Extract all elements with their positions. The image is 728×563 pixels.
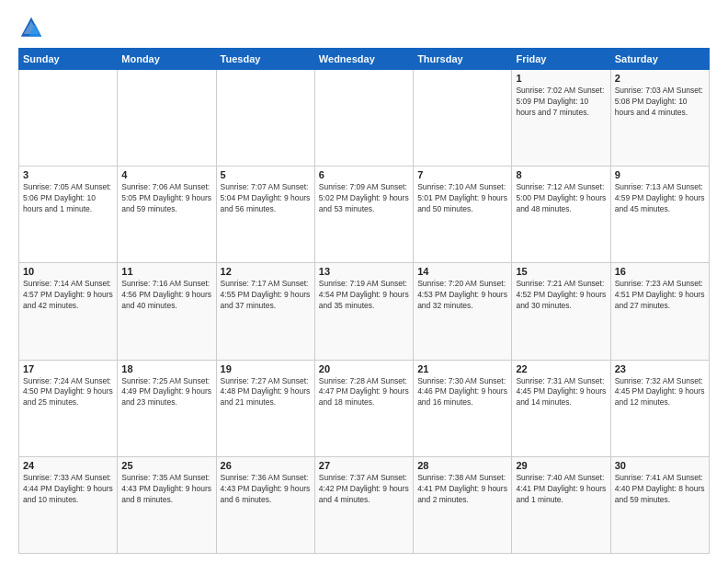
cell-info: Sunrise: 7:28 AM Sunset: 4:47 PM Dayligh… (319, 376, 409, 409)
cell-day-number: 9 (615, 169, 705, 180)
cell-info: Sunrise: 7:06 AM Sunset: 5:05 PM Dayligh… (121, 182, 211, 215)
calendar-cell: 1Sunrise: 7:02 AM Sunset: 5:09 PM Daylig… (512, 70, 610, 167)
calendar-cell: 28Sunrise: 7:38 AM Sunset: 4:41 PM Dayli… (414, 456, 512, 553)
cell-info: Sunrise: 7:05 AM Sunset: 5:06 PM Dayligh… (23, 182, 113, 215)
cell-day-number: 26 (221, 460, 311, 471)
calendar-cell: 25Sunrise: 7:35 AM Sunset: 4:43 PM Dayli… (118, 456, 216, 553)
cell-info: Sunrise: 7:27 AM Sunset: 4:48 PM Dayligh… (221, 376, 311, 409)
calendar-cell (118, 70, 216, 167)
cell-info: Sunrise: 7:19 AM Sunset: 4:54 PM Dayligh… (319, 279, 409, 312)
cell-info: Sunrise: 7:25 AM Sunset: 4:49 PM Dayligh… (121, 376, 211, 409)
calendar-cell: 5Sunrise: 7:07 AM Sunset: 5:04 PM Daylig… (216, 167, 314, 263)
days-header-row: SundayMondayTuesdayWednesdayThursdayFrid… (19, 49, 710, 70)
cell-day-number: 19 (221, 363, 311, 374)
cell-info: Sunrise: 7:16 AM Sunset: 4:56 PM Dayligh… (121, 279, 211, 312)
cell-day-number: 12 (221, 266, 311, 277)
cell-day-number: 6 (319, 169, 409, 180)
cell-info: Sunrise: 7:17 AM Sunset: 4:55 PM Dayligh… (221, 279, 311, 312)
cell-day-number: 20 (319, 363, 409, 374)
calendar-cell: 17Sunrise: 7:24 AM Sunset: 4:50 PM Dayli… (19, 360, 118, 456)
cell-day-number: 18 (121, 363, 211, 374)
day-header-friday: Friday (512, 49, 610, 70)
cell-info: Sunrise: 7:41 AM Sunset: 4:40 PM Dayligh… (615, 473, 705, 506)
cell-info: Sunrise: 7:02 AM Sunset: 5:09 PM Dayligh… (516, 86, 606, 119)
cell-info: Sunrise: 7:31 AM Sunset: 4:45 PM Dayligh… (516, 376, 606, 409)
calendar-cell (314, 70, 413, 167)
header (18, 15, 710, 40)
cell-info: Sunrise: 7:33 AM Sunset: 4:44 PM Dayligh… (23, 473, 113, 506)
cell-day-number: 23 (615, 363, 705, 374)
calendar-cell: 18Sunrise: 7:25 AM Sunset: 4:49 PM Dayli… (118, 360, 216, 456)
day-header-saturday: Saturday (610, 49, 709, 70)
calendar-cell: 11Sunrise: 7:16 AM Sunset: 4:56 PM Dayli… (118, 263, 216, 360)
cell-info: Sunrise: 7:07 AM Sunset: 5:04 PM Dayligh… (221, 182, 311, 215)
calendar-cell: 13Sunrise: 7:19 AM Sunset: 4:54 PM Dayli… (314, 263, 413, 360)
calendar-cell: 9Sunrise: 7:13 AM Sunset: 4:59 PM Daylig… (610, 167, 709, 263)
calendar-cell: 10Sunrise: 7:14 AM Sunset: 4:57 PM Dayli… (19, 263, 118, 360)
cell-day-number: 11 (121, 266, 211, 277)
cell-day-number: 4 (121, 169, 211, 180)
calendar-cell: 16Sunrise: 7:23 AM Sunset: 4:51 PM Dayli… (610, 263, 709, 360)
calendar-week-3: 10Sunrise: 7:14 AM Sunset: 4:57 PM Dayli… (19, 263, 710, 360)
cell-day-number: 3 (23, 169, 113, 180)
cell-day-number: 22 (516, 363, 606, 374)
cell-day-number: 10 (23, 266, 113, 277)
calendar: SundayMondayTuesdayWednesdayThursdayFrid… (18, 48, 710, 554)
calendar-cell: 19Sunrise: 7:27 AM Sunset: 4:48 PM Dayli… (216, 360, 314, 456)
cell-info: Sunrise: 7:09 AM Sunset: 5:02 PM Dayligh… (319, 182, 409, 215)
cell-day-number: 25 (121, 460, 211, 471)
calendar-cell: 6Sunrise: 7:09 AM Sunset: 5:02 PM Daylig… (314, 167, 413, 263)
page: SundayMondayTuesdayWednesdayThursdayFrid… (0, 0, 728, 563)
cell-info: Sunrise: 7:38 AM Sunset: 4:41 PM Dayligh… (417, 473, 507, 506)
calendar-cell: 20Sunrise: 7:28 AM Sunset: 4:47 PM Dayli… (314, 360, 413, 456)
cell-info: Sunrise: 7:13 AM Sunset: 4:59 PM Dayligh… (615, 182, 705, 215)
calendar-cell: 14Sunrise: 7:20 AM Sunset: 4:53 PM Dayli… (414, 263, 512, 360)
cell-info: Sunrise: 7:35 AM Sunset: 4:43 PM Dayligh… (121, 473, 211, 506)
cell-info: Sunrise: 7:03 AM Sunset: 5:08 PM Dayligh… (615, 86, 705, 119)
cell-day-number: 2 (615, 73, 705, 84)
cell-info: Sunrise: 7:24 AM Sunset: 4:50 PM Dayligh… (23, 376, 113, 409)
calendar-cell: 12Sunrise: 7:17 AM Sunset: 4:55 PM Dayli… (216, 263, 314, 360)
cell-info: Sunrise: 7:36 AM Sunset: 4:43 PM Dayligh… (221, 473, 311, 506)
calendar-cell: 2Sunrise: 7:03 AM Sunset: 5:08 PM Daylig… (610, 70, 709, 167)
cell-day-number: 14 (417, 266, 507, 277)
calendar-cell: 4Sunrise: 7:06 AM Sunset: 5:05 PM Daylig… (118, 167, 216, 263)
cell-day-number: 21 (417, 363, 507, 374)
cell-day-number: 27 (319, 460, 409, 471)
cell-day-number: 5 (221, 169, 311, 180)
calendar-week-1: 1Sunrise: 7:02 AM Sunset: 5:09 PM Daylig… (19, 70, 710, 167)
cell-day-number: 30 (615, 460, 705, 471)
calendar-cell: 23Sunrise: 7:32 AM Sunset: 4:45 PM Dayli… (610, 360, 709, 456)
calendar-cell (414, 70, 512, 167)
cell-info: Sunrise: 7:37 AM Sunset: 4:42 PM Dayligh… (319, 473, 409, 506)
calendar-week-5: 24Sunrise: 7:33 AM Sunset: 4:44 PM Dayli… (19, 456, 710, 553)
cell-info: Sunrise: 7:40 AM Sunset: 4:41 PM Dayligh… (516, 473, 606, 506)
day-header-sunday: Sunday (19, 49, 118, 70)
calendar-cell: 27Sunrise: 7:37 AM Sunset: 4:42 PM Dayli… (314, 456, 413, 553)
calendar-body: 1Sunrise: 7:02 AM Sunset: 5:09 PM Daylig… (19, 70, 710, 554)
calendar-cell: 22Sunrise: 7:31 AM Sunset: 4:45 PM Dayli… (512, 360, 610, 456)
calendar-cell (19, 70, 118, 167)
cell-day-number: 17 (23, 363, 113, 374)
cell-day-number: 8 (516, 169, 606, 180)
logo (18, 15, 48, 40)
cell-info: Sunrise: 7:21 AM Sunset: 4:52 PM Dayligh… (516, 279, 606, 312)
cell-day-number: 7 (417, 169, 507, 180)
calendar-week-2: 3Sunrise: 7:05 AM Sunset: 5:06 PM Daylig… (19, 167, 710, 263)
cell-day-number: 15 (516, 266, 606, 277)
calendar-header: SundayMondayTuesdayWednesdayThursdayFrid… (19, 49, 710, 70)
cell-day-number: 29 (516, 460, 606, 471)
cell-info: Sunrise: 7:14 AM Sunset: 4:57 PM Dayligh… (23, 279, 113, 312)
cell-day-number: 13 (319, 266, 409, 277)
cell-day-number: 1 (516, 73, 606, 84)
cell-day-number: 24 (23, 460, 113, 471)
cell-day-number: 28 (417, 460, 507, 471)
day-header-tuesday: Tuesday (216, 49, 314, 70)
calendar-cell: 15Sunrise: 7:21 AM Sunset: 4:52 PM Dayli… (512, 263, 610, 360)
calendar-cell: 7Sunrise: 7:10 AM Sunset: 5:01 PM Daylig… (414, 167, 512, 263)
cell-info: Sunrise: 7:30 AM Sunset: 4:46 PM Dayligh… (417, 376, 507, 409)
cell-day-number: 16 (615, 266, 705, 277)
day-header-thursday: Thursday (414, 49, 512, 70)
calendar-cell: 8Sunrise: 7:12 AM Sunset: 5:00 PM Daylig… (512, 167, 610, 263)
calendar-week-4: 17Sunrise: 7:24 AM Sunset: 4:50 PM Dayli… (19, 360, 710, 456)
